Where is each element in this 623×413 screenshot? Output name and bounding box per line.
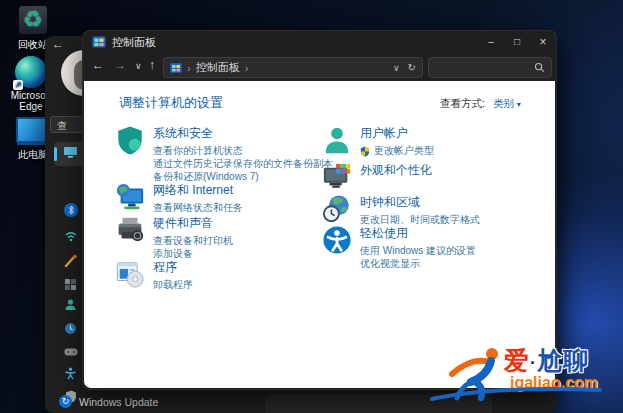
- category-clock-region: 时钟和区域 更改日期、时间或数字格式: [322, 194, 480, 226]
- category-system-and-security: 系统和安全 查看你的计算机状态 通过文件历史记录保存你的文件备份副本 备份和还原…: [115, 125, 333, 183]
- programs-disc-icon: [115, 259, 145, 289]
- close-button[interactable]: ×: [530, 31, 556, 53]
- control-panel-content: 调整计算机的设置 查看方式:类别 ▾ 系统和安全 查看你的计算机状态 通过文件历…: [84, 81, 555, 388]
- task-link[interactable]: 卸载程序: [153, 279, 193, 291]
- printer-icon: [115, 215, 145, 245]
- task-link[interactable]: 使用 Windows 建议的设置: [360, 245, 476, 257]
- personalization-brush-icon[interactable]: [63, 253, 78, 268]
- category-title-programs[interactable]: 程序: [153, 259, 193, 276]
- time-language-clock-icon[interactable]: [63, 321, 78, 336]
- category-title-hardware[interactable]: 硬件和声音: [153, 215, 233, 232]
- category-title-ease-of-access[interactable]: 轻松使用: [360, 225, 476, 242]
- settings-nav-accent-bar: [54, 147, 57, 161]
- control-panel-app-icon: [92, 35, 106, 49]
- category-user-accounts: 用户帐户 更改帐户类型: [322, 125, 434, 157]
- settings-content-panel: [265, 394, 492, 413]
- gaming-gamepad-icon[interactable]: [63, 344, 78, 359]
- address-bar[interactable]: › 控制面板 › ∨ ↻: [163, 57, 423, 78]
- system-monitor-icon[interactable]: [63, 145, 78, 160]
- task-link[interactable]: 通过文件历史记录保存你的文件备份副本: [153, 158, 333, 170]
- bluetooth-icon[interactable]: [63, 202, 78, 217]
- navigation-toolbar: ← → ∨ ↑ › 控制面板 › ∨ ↻: [83, 53, 556, 81]
- task-link[interactable]: 查看设备和打印机: [153, 235, 233, 247]
- accounts-person-icon[interactable]: [63, 297, 78, 312]
- control-panel-search-input[interactable]: [435, 61, 534, 74]
- desktop: ♻ 回收站 ↗ Microsoft Edge 此电脑 ← 查: [0, 0, 623, 413]
- category-title-clock-region[interactable]: 时钟和区域: [360, 194, 480, 211]
- windows-update-icon: ↻: [59, 395, 72, 408]
- security-shield-icon: [115, 125, 145, 155]
- up-button[interactable]: ↑: [149, 58, 155, 72]
- category-title-network[interactable]: 网络和 Internet: [153, 182, 243, 199]
- recycle-bin-icon: ♻: [19, 6, 47, 34]
- recent-pages-chevron-icon[interactable]: ∨: [135, 61, 142, 71]
- category-title-user-accounts[interactable]: 用户帐户: [360, 125, 434, 142]
- category-title-system-security[interactable]: 系统和安全: [153, 125, 333, 142]
- task-link[interactable]: 查看网络状态和任务: [153, 202, 243, 214]
- address-dropdown-chevron-icon[interactable]: ∨: [393, 63, 400, 73]
- user-accounts-person-icon: [322, 125, 352, 155]
- network-globe-monitor-icon: [115, 182, 145, 212]
- forward-button[interactable]: →: [114, 58, 126, 72]
- settings-back-icon[interactable]: ←: [52, 37, 64, 51]
- task-link-change-account-type[interactable]: 更改帐户类型: [360, 145, 434, 157]
- accessibility-person-icon[interactable]: [63, 366, 78, 381]
- window-title: 控制面板: [112, 35, 156, 50]
- breadcrumb-control-panel[interactable]: 控制面板: [196, 60, 240, 75]
- ease-of-access-icon: [322, 225, 352, 255]
- crumb-chevron-icon[interactable]: ›: [245, 62, 249, 74]
- refresh-icon[interactable]: ↻: [408, 62, 416, 73]
- search-icon[interactable]: [534, 62, 545, 73]
- breadcrumb-control-panel-icon: [170, 62, 182, 74]
- personalization-monitor-icon: [322, 162, 352, 192]
- settings-nav-windows-update[interactable]: ↻ Windows Update: [59, 395, 158, 408]
- control-panel-window: 控制面板 – □ × ← → ∨ ↑ › 控制面板 › ∨ ↻: [82, 30, 557, 390]
- search-box[interactable]: [428, 57, 552, 78]
- maximize-button[interactable]: □: [504, 31, 530, 53]
- category-appearance-personalization: 外观和个性化: [322, 162, 432, 192]
- category-hardware-sound: 硬件和声音 查看设备和打印机 添加设备: [115, 215, 233, 260]
- minimize-button[interactable]: –: [478, 31, 504, 53]
- category-programs: 程序 卸载程序: [115, 259, 193, 291]
- category-ease-of-access: 轻松使用 使用 Windows 建议的设置 优化视觉显示: [322, 225, 476, 270]
- windows-update-label: Windows Update: [79, 396, 158, 408]
- back-button[interactable]: ←: [92, 58, 104, 72]
- task-link[interactable]: 查看你的计算机状态: [153, 145, 333, 157]
- shortcut-arrow-icon: ↗: [13, 80, 23, 90]
- view-by-caret-icon: ▾: [517, 100, 521, 109]
- view-by-control: 查看方式:类别 ▾: [440, 97, 521, 111]
- title-bar: 控制面板 – □ ×: [83, 31, 556, 53]
- wifi-icon[interactable]: [63, 228, 78, 243]
- uac-shield-icon: [360, 146, 370, 157]
- task-link[interactable]: 优化视觉显示: [360, 258, 476, 270]
- view-by-label: 查看方式:: [440, 97, 485, 109]
- category-network-internet: 网络和 Internet 查看网络状态和任务: [115, 182, 243, 214]
- crumb-chevron-icon: ›: [187, 62, 191, 74]
- view-by-value-link[interactable]: 类别 ▾: [493, 97, 521, 109]
- page-title: 调整计算机的设置: [119, 94, 223, 112]
- category-title-appearance[interactable]: 外观和个性化: [360, 162, 432, 179]
- apps-grid-icon[interactable]: [63, 277, 78, 292]
- clock-globe-icon: [322, 194, 352, 224]
